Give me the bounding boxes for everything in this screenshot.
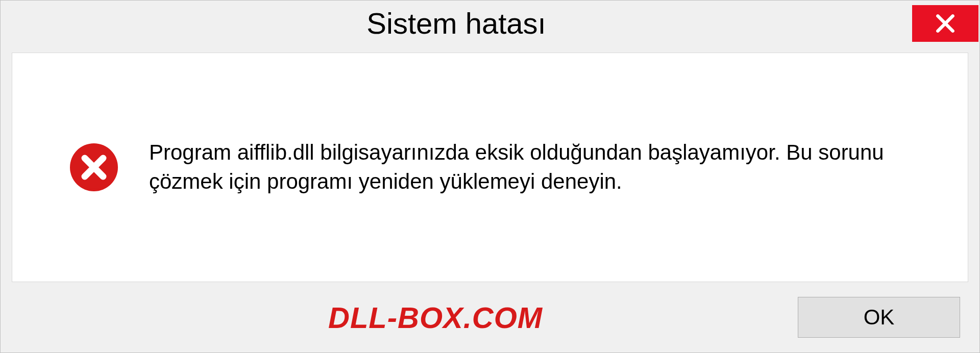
titlebar: Sistem hatası [1, 1, 979, 45]
content-area: Program aifflib.dll bilgisayarınızda eks… [12, 53, 968, 282]
watermark-text: DLL-BOX.COM [328, 300, 543, 335]
close-button[interactable] [912, 5, 978, 42]
dialog-footer: DLL-BOX.COM OK [1, 291, 979, 352]
error-dialog: Sistem hatası Program aifflib.dll bilgis… [0, 0, 980, 353]
close-icon [934, 12, 957, 35]
error-icon [68, 142, 119, 193]
error-message: Program aifflib.dll bilgisayarınızda eks… [149, 138, 937, 196]
dialog-title: Sistem hatası [1, 6, 912, 40]
ok-button[interactable]: OK [798, 297, 960, 338]
